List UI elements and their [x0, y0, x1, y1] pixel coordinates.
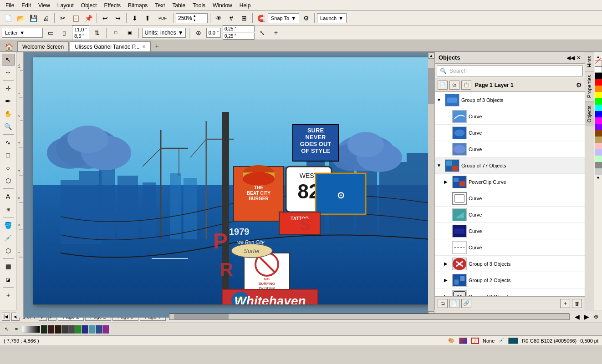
white-swatch[interactable]	[595, 66, 602, 73]
zoom-level-box[interactable]: 250% ▲ ▼	[176, 13, 208, 23]
side-tab-hints[interactable]: Hints	[585, 52, 594, 71]
launch-dropdown[interactable]: Launch ▼	[317, 13, 347, 23]
curve-tool[interactable]: ∿	[2, 136, 15, 148]
obj-curve4[interactable]: Curve	[435, 190, 585, 207]
layer-icon-btn[interactable]: 📄	[438, 81, 448, 90]
snap-to-arrow[interactable]: ▼	[291, 15, 296, 21]
export-button[interactable]: ⬆	[142, 12, 153, 24]
cyan-swatch[interactable]	[595, 105, 602, 111]
layer-pages-btn[interactable]: 📋	[461, 81, 471, 90]
side-tab-objects[interactable]: Objects	[585, 101, 594, 126]
red-swatch[interactable]	[595, 79, 602, 86]
black-swatch[interactable]	[595, 73, 602, 79]
paste-button[interactable]: 📌	[82, 12, 94, 24]
units-arrow[interactable]: ▼	[178, 30, 184, 36]
light-green-swatch[interactable]	[595, 156, 602, 162]
panel-close-button[interactable]: ✕	[576, 55, 581, 61]
pink-swatch[interactable]	[595, 143, 602, 149]
light-blue-swatch[interactable]	[595, 149, 602, 156]
bt-arrow-btn[interactable]: ↖	[2, 325, 11, 334]
pan-tool[interactable]: ✋	[2, 108, 15, 120]
zoom-tool[interactable]: 🔍	[2, 121, 15, 132]
polygon-tool[interactable]: ⬡	[2, 175, 15, 187]
stroke-color-indicator[interactable]: ╱	[471, 338, 479, 344]
obj-curve1[interactable]: Curve	[435, 108, 585, 125]
launch-arrow[interactable]: ▼	[338, 15, 343, 21]
eraser-tool[interactable]: ⬡	[2, 245, 15, 257]
page-first-button[interactable]: |◀	[2, 313, 10, 321]
fill-color-indicator[interactable]	[459, 338, 467, 344]
freehand-tool[interactable]: ✒	[2, 95, 15, 107]
scroll-right-btn[interactable]: ▶	[582, 313, 591, 321]
settings-button[interactable]: ⚙	[300, 12, 312, 24]
bleed-button2[interactable]: ▣	[123, 27, 135, 39]
obj-group3[interactable]: Group of 3 Objects	[435, 92, 585, 108]
brown-swatch[interactable]	[595, 130, 602, 136]
obj-stack-btn[interactable]: 📄	[449, 299, 459, 308]
page-canvas[interactable]: SURE NEVER GOES OUT OF STYLE WEST 82	[33, 57, 429, 305]
panel-expand-button[interactable]: ◀◀	[566, 55, 575, 61]
bt-gray-swatch[interactable]	[68, 325, 75, 334]
purple-swatch[interactable]	[595, 124, 602, 130]
nudge-icon[interactable]: ⊕	[193, 27, 204, 39]
layer-stack-btn[interactable]: 🗂	[449, 81, 459, 90]
menu-edit[interactable]: Edit	[18, 1, 35, 10]
text-tool[interactable]: A	[2, 191, 15, 202]
expand-group3b[interactable]	[444, 261, 450, 266]
grid-button[interactable]: #	[225, 12, 237, 24]
blue-swatch[interactable]	[595, 111, 602, 117]
save-button[interactable]: 💾	[27, 12, 39, 24]
menu-effects[interactable]: Effects	[101, 1, 124, 10]
redo-button[interactable]: ↪	[112, 12, 124, 24]
select-tool[interactable]: ↖	[2, 54, 15, 66]
view-mode-button[interactable]: 👁	[213, 12, 224, 24]
bt-purple-swatch[interactable]	[102, 325, 109, 334]
light-gray-swatch[interactable]	[595, 168, 602, 175]
fill-tool[interactable]: 🪣	[2, 219, 15, 231]
bt-pen-btn[interactable]: ✒	[12, 325, 21, 334]
scroll-left-btn[interactable]: ◀	[573, 313, 581, 321]
obj-link-btn[interactable]: 🔗	[461, 299, 471, 308]
green-swatch[interactable]	[595, 98, 602, 105]
expand-group3[interactable]	[437, 97, 443, 102]
expand-group77[interactable]	[437, 163, 443, 168]
table-tool[interactable]: ⊞	[2, 203, 15, 215]
bt-dark-gray-swatch[interactable]	[61, 325, 68, 334]
cut-button[interactable]: ✂	[57, 12, 69, 24]
zoom-fit-btn[interactable]: ⊕	[592, 313, 600, 321]
menu-window[interactable]: Window	[209, 1, 236, 10]
no-fill-swatch[interactable]	[595, 60, 602, 66]
obj-group8[interactable]: 82 Group of 8 Objects	[435, 288, 585, 296]
expand-powerclip[interactable]	[444, 179, 450, 184]
ellipse-tool[interactable]: ○	[2, 162, 15, 174]
tan-swatch[interactable]	[595, 136, 602, 143]
menu-table[interactable]: Table	[168, 1, 189, 10]
print-button[interactable]: 🖨	[40, 12, 52, 24]
landscape-button[interactable]: ▯	[58, 27, 70, 39]
resize-button[interactable]: ⤡	[256, 27, 268, 39]
import-button[interactable]: ⬇	[129, 12, 141, 24]
obj-curve2[interactable]: Curve	[435, 125, 585, 141]
menu-object[interactable]: Object	[77, 1, 101, 10]
eyedropper-status[interactable]: 💉	[498, 338, 505, 344]
obj-curve3[interactable]: Curve	[435, 141, 585, 157]
pdf-button[interactable]: PDF	[154, 12, 171, 24]
menu-help[interactable]: Help	[236, 1, 255, 10]
zoom-up-arrow[interactable]: ▲	[193, 14, 196, 18]
bt-blue-dark-swatch[interactable]	[82, 325, 88, 334]
tab-document[interactable]: Ulisses Gabriel Tarvido P... ✕	[70, 41, 151, 51]
obj-group77[interactable]: Group of 77 Objects	[435, 157, 585, 174]
margin-box-1[interactable]: 0,25 "	[223, 25, 255, 32]
expand-group2b[interactable]	[444, 278, 450, 283]
palette-down-arrow[interactable]: ▼	[596, 175, 600, 181]
bleed-button[interactable]: □	[110, 27, 122, 39]
hscroll-thumb[interactable]	[174, 314, 229, 319]
obj-group3b[interactable]: Group of 3 Objects	[435, 256, 585, 272]
panel-settings-icon[interactable]: ⚙	[576, 81, 582, 89]
obj-delete-btn[interactable]: 🗑	[572, 299, 582, 308]
gray-swatch[interactable]	[595, 162, 602, 168]
obj-group2b[interactable]: Group of 2 Objects	[435, 272, 585, 288]
canvas-vscroll[interactable]: ▲ ▼	[428, 52, 434, 318]
orange-swatch[interactable]	[595, 86, 602, 92]
fill-icon[interactable]: 🎨	[447, 338, 455, 344]
